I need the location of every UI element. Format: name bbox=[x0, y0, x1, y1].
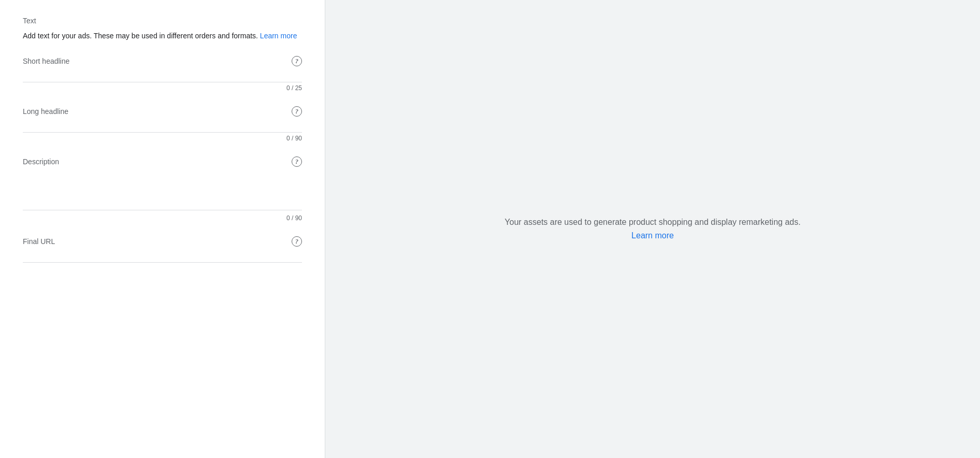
right-panel-learn-more-link[interactable]: Learn more bbox=[631, 231, 674, 240]
long-headline-label-row: Long headline ? bbox=[23, 106, 302, 117]
final-url-input[interactable] bbox=[23, 249, 302, 263]
description-help-icon[interactable]: ? bbox=[292, 156, 302, 167]
final-url-help-icon[interactable]: ? bbox=[292, 236, 302, 247]
final-url-label-row: Final URL ? bbox=[23, 236, 302, 247]
description-group: Description ? 0 / 90 bbox=[23, 156, 302, 222]
short-headline-help-icon[interactable]: ? bbox=[292, 56, 302, 66]
short-headline-input[interactable] bbox=[23, 68, 302, 82]
long-headline-label: Long headline bbox=[23, 107, 68, 116]
description-label-row: Description ? bbox=[23, 156, 302, 167]
right-panel-message: Your assets are used to generate product… bbox=[497, 216, 808, 242]
left-panel: Text Add text for your ads. These may be… bbox=[0, 0, 325, 458]
right-panel-text: Your assets are used to generate product… bbox=[497, 216, 808, 242]
final-url-label: Final URL bbox=[23, 237, 55, 246]
long-headline-input[interactable] bbox=[23, 119, 302, 133]
right-panel: Your assets are used to generate product… bbox=[325, 0, 980, 458]
long-headline-help-icon[interactable]: ? bbox=[292, 106, 302, 117]
short-headline-count: 0 / 25 bbox=[23, 84, 302, 92]
section-title: Text bbox=[23, 17, 302, 25]
final-url-group: Final URL ? bbox=[23, 236, 302, 263]
short-headline-label-row: Short headline ? bbox=[23, 56, 302, 66]
section-learn-more-link[interactable]: Learn more bbox=[260, 32, 297, 40]
section-description-text: Add text for your ads. These may be used… bbox=[23, 32, 258, 40]
short-headline-label: Short headline bbox=[23, 57, 69, 65]
description-label: Description bbox=[23, 158, 59, 166]
description-count: 0 / 90 bbox=[23, 214, 302, 222]
description-input[interactable] bbox=[23, 169, 302, 210]
right-panel-message-text: Your assets are used to generate product… bbox=[505, 218, 800, 226]
long-headline-count: 0 / 90 bbox=[23, 135, 302, 142]
section-description: Add text for your ads. These may be used… bbox=[23, 30, 302, 41]
long-headline-group: Long headline ? 0 / 90 bbox=[23, 106, 302, 142]
short-headline-group: Short headline ? 0 / 25 bbox=[23, 56, 302, 92]
